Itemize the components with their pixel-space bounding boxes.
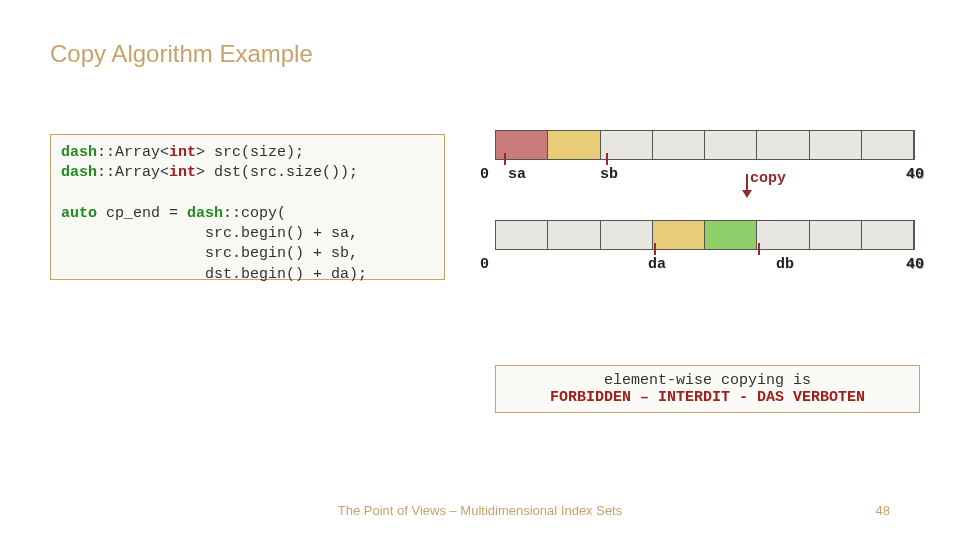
code-text: ::Array< <box>97 164 169 181</box>
array-cell <box>862 221 914 249</box>
note-line2: FORBIDDEN – INTERDIT - DAS VERBOTEN <box>504 389 911 406</box>
code-text: src.begin() + sb, <box>61 245 358 262</box>
copy-diagram: 0 sa sb 40 copy 0 da db 40 <box>480 130 930 300</box>
array-cell <box>601 131 653 159</box>
sb-label: sb <box>600 166 618 183</box>
array-cell <box>810 221 862 249</box>
warning-note: element-wise copying is FORBIDDEN – INTE… <box>495 365 920 413</box>
footer-text: The Point of Views – Multidimensional In… <box>0 503 960 518</box>
code-text: cp_end = <box>97 205 187 222</box>
array-cell <box>862 131 914 159</box>
array-cell <box>548 131 600 159</box>
da-label: da <box>648 256 666 273</box>
array-cell <box>757 221 809 249</box>
code-text: src.begin() + sa, <box>61 225 358 242</box>
dst-end-label: 40 <box>906 256 924 273</box>
code-text: > src(size); <box>196 144 304 161</box>
code-type: int <box>169 164 196 181</box>
array-cell <box>757 131 809 159</box>
array-cell <box>496 221 548 249</box>
copy-label: copy <box>750 170 786 187</box>
code-kw: dash <box>61 164 97 181</box>
code-kw: dash <box>61 144 97 161</box>
tick-da <box>654 243 656 255</box>
code-text: > dst(src.size()); <box>196 164 358 181</box>
note-line1: element-wise copying is <box>504 372 911 389</box>
tick-sa <box>504 153 506 165</box>
code-block: dash::Array<int> src(size); dash::Array<… <box>50 134 445 280</box>
src-array-bar <box>495 130 915 160</box>
array-cell <box>653 131 705 159</box>
array-cell <box>705 221 757 249</box>
array-cell <box>705 131 757 159</box>
page-number: 48 <box>876 503 890 518</box>
code-text: ::Array< <box>97 144 169 161</box>
db-label: db <box>776 256 794 273</box>
array-cell <box>601 221 653 249</box>
code-type: int <box>169 144 196 161</box>
code-text: dst.begin() + da); <box>61 266 367 283</box>
tick-sb <box>606 153 608 165</box>
sa-label: sa <box>508 166 526 183</box>
array-cell <box>810 131 862 159</box>
code-text: ::copy( <box>223 205 286 222</box>
code-kw: dash <box>187 205 223 222</box>
array-cell <box>548 221 600 249</box>
array-cell <box>653 221 705 249</box>
dst-start-label: 0 <box>480 256 489 273</box>
dst-array-bar <box>495 220 915 250</box>
slide-title: Copy Algorithm Example <box>50 40 313 68</box>
src-start-label: 0 <box>480 166 489 183</box>
tick-db <box>758 243 760 255</box>
code-kw: auto <box>61 205 97 222</box>
src-end-label: 40 <box>906 166 924 183</box>
